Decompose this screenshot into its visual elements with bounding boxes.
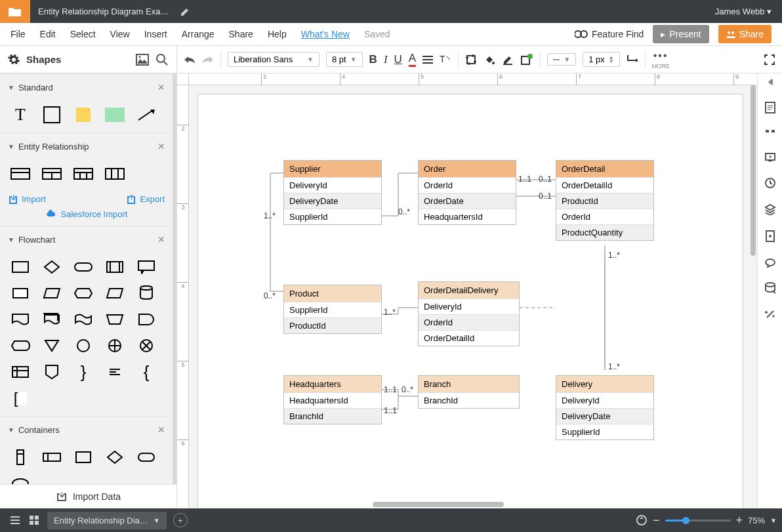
present-button[interactable]: ▸ Present xyxy=(653,25,709,43)
search-icon[interactable] xyxy=(155,53,169,66)
text-style-icon[interactable]: T xyxy=(440,54,451,65)
menu-arrange[interactable]: Arrange xyxy=(182,29,215,39)
salesforce-import[interactable]: Salesforce Import xyxy=(0,209,173,226)
fc-manual[interactable] xyxy=(102,310,127,329)
entity-field[interactable]: DeliveryDate xyxy=(284,193,381,209)
fc-offpage[interactable] xyxy=(39,362,64,382)
page[interactable]: Supplier DeliveryId DeliveryDate Supplie… xyxy=(198,94,743,508)
text-shape[interactable]: T xyxy=(8,105,33,125)
fc-hex[interactable] xyxy=(71,283,96,303)
fc-callout[interactable] xyxy=(134,257,159,277)
entity-field[interactable]: OrderDate xyxy=(419,193,516,209)
close-icon[interactable]: × xyxy=(157,423,165,437)
fill-icon[interactable] xyxy=(484,54,495,66)
menu-view[interactable]: View xyxy=(110,29,130,39)
share-button[interactable]: Share xyxy=(718,25,772,43)
panel-standard[interactable]: ▼Standard× xyxy=(0,73,173,101)
menu-edit[interactable]: Edit xyxy=(40,29,56,39)
zoom-level[interactable]: 75% xyxy=(748,516,765,525)
more-button[interactable]: ••• MORE xyxy=(652,50,670,70)
close-icon[interactable]: × xyxy=(157,140,165,153)
fc-display[interactable] xyxy=(8,336,33,356)
bold-icon[interactable]: B xyxy=(369,53,377,66)
entity-field[interactable]: DeliveryId xyxy=(556,392,653,408)
sidebar-scrollbar[interactable] xyxy=(173,73,176,484)
feature-find[interactable]: Feature Find xyxy=(575,29,644,39)
ruler-horizontal[interactable]: 3456789 xyxy=(189,73,757,85)
fc-connector[interactable] xyxy=(71,336,96,356)
fc-merge[interactable] xyxy=(39,336,64,356)
redo-icon[interactable] xyxy=(202,55,214,64)
font-select[interactable]: Liberation Sans▼ xyxy=(228,52,319,67)
er-export[interactable]: Export xyxy=(126,194,165,204)
image-icon[interactable] xyxy=(136,54,149,66)
canvas-v-scrollbar[interactable] xyxy=(751,85,757,440)
entity-field[interactable]: BranchId xyxy=(284,408,381,424)
entity-field[interactable]: HeadquartersId xyxy=(419,209,516,224)
entity-header[interactable]: Order xyxy=(419,161,516,177)
close-icon[interactable]: × xyxy=(157,233,165,247)
menu-help[interactable]: Help xyxy=(268,29,287,39)
fc-delay[interactable] xyxy=(134,310,159,329)
fc-or[interactable] xyxy=(134,336,159,356)
autosync-icon[interactable] xyxy=(636,514,648,526)
entity-header[interactable]: Product xyxy=(284,285,381,302)
edit-title-icon[interactable] xyxy=(180,7,190,16)
entity-field[interactable]: OrderDetailId xyxy=(419,330,519,346)
menu-whatsnew[interactable]: What's New xyxy=(301,29,350,39)
gear-icon[interactable] xyxy=(8,54,20,66)
fullscreen-icon[interactable] xyxy=(764,54,775,66)
import-data-button[interactable]: Import Data xyxy=(0,484,176,508)
menu-insert[interactable]: Insert xyxy=(144,29,167,39)
panel-er[interactable]: ▼Entity Relationship× xyxy=(0,133,173,160)
er-shape-4[interactable] xyxy=(102,164,127,184)
shape-style-icon[interactable] xyxy=(520,54,533,66)
fc-brace-r[interactable]: } xyxy=(71,362,96,382)
fc-rect[interactable] xyxy=(8,257,33,277)
fc-doc[interactable] xyxy=(8,310,33,329)
entity-order[interactable]: Order OrderId OrderDate HeadquartersId xyxy=(418,160,516,225)
cn-4[interactable] xyxy=(102,447,127,467)
entity-field[interactable]: SupplierId xyxy=(284,302,381,317)
fc-terminator[interactable] xyxy=(71,257,96,277)
cn-2[interactable] xyxy=(39,447,64,467)
crop-icon[interactable] xyxy=(465,54,477,66)
user-menu[interactable]: James Webb ▾ xyxy=(705,7,782,16)
canvas-h-scrollbar[interactable] xyxy=(189,502,757,508)
fc-cyl[interactable] xyxy=(134,283,159,303)
present-rail-icon[interactable] xyxy=(764,152,776,163)
menu-select[interactable]: Select xyxy=(70,29,96,39)
entity-field[interactable]: HeadquartersId xyxy=(284,392,381,408)
align-icon[interactable] xyxy=(422,55,433,64)
menu-file[interactable]: File xyxy=(10,29,26,39)
italic-icon[interactable]: I xyxy=(384,53,388,66)
page-settings-icon[interactable] xyxy=(764,101,776,114)
data-icon[interactable] xyxy=(765,230,775,243)
block-shape[interactable] xyxy=(102,105,127,125)
line-style-select[interactable]: ▼ xyxy=(547,53,576,66)
entity-field[interactable]: ProductId xyxy=(284,317,381,333)
entity-delivery[interactable]: Delivery DeliveryId DeliveryDate Supplie… xyxy=(556,375,654,440)
add-page-button[interactable]: + xyxy=(173,513,188,527)
entity-orderdetaildelivery[interactable]: OrderDetailDelivery DeliveryId OrderId O… xyxy=(418,281,520,346)
entity-header[interactable]: OrderDetailDelivery xyxy=(419,282,519,298)
text-color-icon[interactable]: A xyxy=(409,52,416,67)
page-tab[interactable]: Entity Relationship Dia…▼ xyxy=(47,512,167,529)
comment-icon[interactable] xyxy=(764,129,776,138)
layers-icon[interactable] xyxy=(764,203,776,215)
cn-6[interactable] xyxy=(8,474,33,484)
border-color-icon[interactable] xyxy=(502,54,514,66)
entity-field[interactable]: OrderDetailId xyxy=(556,177,653,193)
folder-icon[interactable] xyxy=(0,0,30,23)
fc-sum[interactable] xyxy=(102,336,127,356)
entity-header[interactable]: Delivery xyxy=(556,376,653,392)
database-icon[interactable] xyxy=(764,282,776,294)
magic-icon[interactable] xyxy=(764,308,776,320)
cn-1[interactable] xyxy=(8,447,33,467)
entity-field[interactable]: ProductId xyxy=(556,193,653,209)
fc-card2[interactable] xyxy=(8,283,33,303)
ruler-vertical[interactable]: 23456 xyxy=(177,85,189,508)
er-shape-1[interactable] xyxy=(8,164,33,184)
fc-note[interactable] xyxy=(102,362,127,382)
fc-trap[interactable] xyxy=(39,283,64,303)
